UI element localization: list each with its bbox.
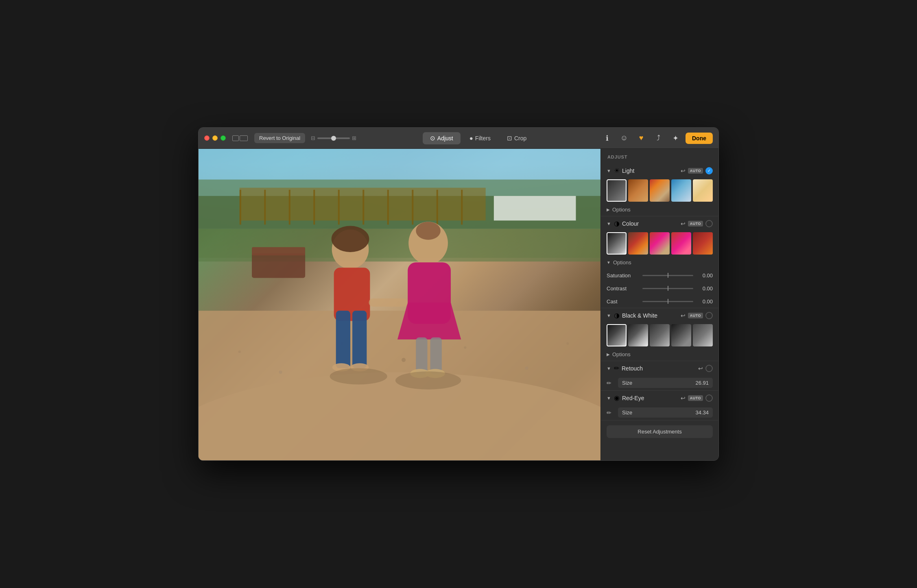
colour-thumb-3[interactable]	[650, 232, 670, 255]
red-eye-section-header[interactable]: ▼ ◉ Red-Eye ↩ AUTO	[601, 391, 718, 405]
light-thumbnails	[601, 178, 718, 205]
info-button[interactable]: ℹ	[600, 131, 614, 145]
bw-undo-icon[interactable]: ↩	[681, 312, 686, 319]
red-eye-size-label: Size	[622, 409, 632, 416]
svg-rect-9	[362, 190, 364, 225]
red-eye-size-box[interactable]: Size 34.34	[618, 407, 713, 418]
svg-point-34	[416, 222, 440, 240]
svg-rect-29	[336, 311, 350, 368]
contrast-slider[interactable]	[642, 284, 693, 292]
cast-slider[interactable]	[642, 297, 693, 305]
retouch-size-value: 26.91	[695, 380, 709, 386]
red-eye-auto-badge[interactable]: AUTO	[688, 395, 703, 401]
svg-rect-11	[412, 190, 413, 225]
window-mode-controls	[232, 135, 248, 141]
retouch-size-box[interactable]: Size 26.91	[618, 378, 713, 388]
bw-controls: ↩ AUTO	[681, 312, 713, 319]
bw-auto-badge[interactable]: AUTO	[688, 313, 703, 318]
retouch-undo-icon[interactable]: ↩	[698, 365, 703, 372]
colour-thumb-1[interactable]	[607, 232, 627, 255]
red-eye-undo-icon[interactable]: ↩	[681, 395, 686, 401]
colour-check-circle[interactable]	[705, 220, 713, 227]
bw-check-circle[interactable]	[705, 312, 713, 319]
share-button[interactable]: ⤴	[651, 131, 665, 145]
red-eye-size-row: ✏ Size 34.34	[601, 405, 718, 420]
favorite-button[interactable]: ♥	[634, 131, 648, 145]
bw-thumb-1[interactable]	[607, 324, 627, 346]
svg-point-20	[402, 358, 406, 362]
saturation-value: 0.00	[696, 272, 713, 279]
red-eye-title: Red-Eye	[622, 395, 678, 401]
light-thumb-4[interactable]	[671, 179, 691, 202]
fullscreen-button[interactable]	[221, 135, 226, 141]
light-options-label: Options	[612, 207, 631, 213]
revert-button[interactable]: Revert to Original	[254, 133, 305, 143]
retouch-check-circle[interactable]	[705, 365, 713, 372]
bw-options-toggle[interactable]: ▶ Options	[607, 351, 713, 357]
colour-section-header[interactable]: ▼ ◑ Colour ↩ AUTO	[601, 216, 718, 231]
reset-adjustments-button[interactable]: Reset Adjustments	[607, 425, 713, 438]
cast-value: 0.00	[696, 298, 713, 305]
crop-icon: ⊡	[507, 135, 512, 142]
saturation-slider[interactable]	[642, 271, 693, 279]
zoom-slider[interactable]	[317, 137, 350, 139]
light-thumb-3[interactable]	[650, 179, 670, 202]
photo-area[interactable]	[199, 149, 600, 460]
zoom-in-icon[interactable]: ⊞	[352, 135, 356, 141]
contrast-row: Contrast 0.00	[601, 282, 718, 295]
split-view-button[interactable]	[240, 135, 248, 141]
colour-undo-icon[interactable]: ↩	[681, 220, 686, 227]
light-icon: ☀	[614, 167, 620, 174]
adjust-icon: ⊙	[430, 135, 435, 142]
photo-svg	[199, 149, 600, 460]
colour-thumb-5[interactable]	[693, 232, 713, 255]
done-button[interactable]: Done	[686, 133, 713, 144]
light-undo-icon[interactable]: ↩	[681, 168, 686, 174]
light-check-circle[interactable]: ✓	[705, 167, 713, 174]
magic-button[interactable]: ✦	[668, 131, 682, 145]
bw-options-arrow-icon: ▶	[607, 352, 610, 357]
svg-rect-14	[494, 196, 576, 220]
light-section-header[interactable]: ▼ ☀ Light ↩ AUTO ✓	[601, 163, 718, 178]
light-auto-badge[interactable]: AUTO	[688, 168, 703, 174]
bw-thumb-5[interactable]	[693, 324, 713, 346]
svg-rect-41	[369, 298, 408, 307]
bw-thumb-2[interactable]	[628, 324, 648, 346]
emoji-button[interactable]: ☺	[617, 131, 631, 145]
colour-auto-badge[interactable]: AUTO	[688, 221, 703, 226]
pencil-icon: ✏	[607, 380, 615, 386]
red-eye-controls: ↩ AUTO	[681, 394, 713, 402]
bw-thumb-3[interactable]	[650, 324, 670, 346]
light-thumb-1[interactable]	[607, 179, 627, 202]
zoom-out-icon[interactable]: ⊟	[311, 135, 315, 141]
retouch-section-header[interactable]: ▼ ✏ Retouch ↩	[601, 361, 718, 375]
retouch-size-row: ✏ Size 26.91	[601, 375, 718, 390]
bw-section-header[interactable]: ▼ ◑ Black & White ↩ AUTO	[601, 308, 718, 322]
svg-point-23	[566, 342, 569, 345]
single-view-button[interactable]	[232, 135, 239, 141]
svg-point-21	[464, 346, 466, 349]
contrast-label: Contrast	[607, 285, 639, 292]
light-thumb-2[interactable]	[628, 179, 648, 202]
minimize-button[interactable]	[212, 135, 218, 141]
light-options-toggle[interactable]: ▶ Options	[607, 207, 713, 213]
svg-marker-36	[397, 303, 461, 340]
zoom-control: ⊟ ⊞	[311, 135, 356, 141]
colour-options-toggle[interactable]: ▼ Options	[607, 259, 713, 266]
contrast-value: 0.00	[696, 285, 713, 292]
red-eye-check-circle[interactable]	[705, 394, 713, 402]
light-options-arrow-icon: ▶	[607, 207, 610, 212]
tab-crop[interactable]: ⊡ Crop	[500, 132, 534, 144]
bw-thumb-4[interactable]	[671, 324, 691, 346]
light-thumb-5[interactable]	[693, 179, 713, 202]
main-content: ADJUST ▼ ☀ Light ↩ AUTO ✓	[199, 149, 718, 460]
red-eye-size-value: 34.34	[695, 409, 709, 416]
tab-adjust[interactable]: ⊙ Adjust	[423, 132, 461, 144]
cast-row: Cast 0.00	[601, 295, 718, 308]
colour-thumb-2[interactable]	[628, 232, 648, 255]
colour-thumb-4[interactable]	[671, 232, 691, 255]
close-button[interactable]	[204, 135, 210, 141]
tab-filters[interactable]: ● Filters	[462, 132, 498, 144]
light-options: ▶ Options	[601, 205, 718, 216]
zoom-slider-thumb	[331, 136, 336, 141]
